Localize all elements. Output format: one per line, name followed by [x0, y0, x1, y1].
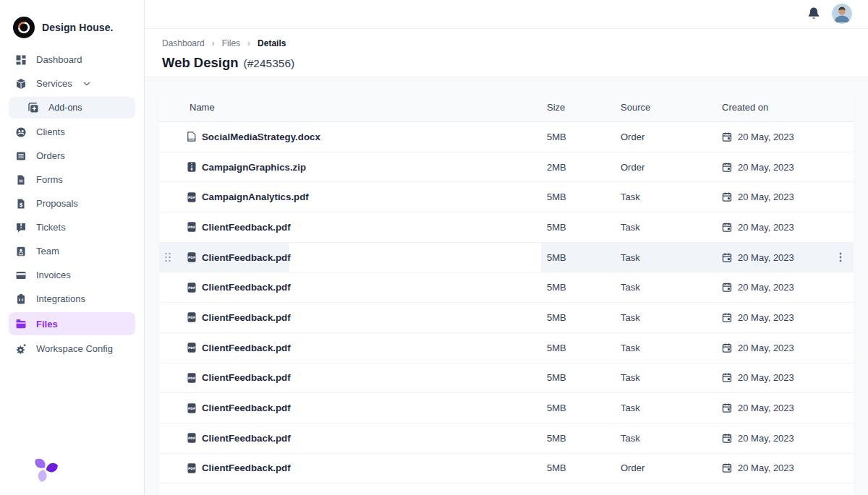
- table-row[interactable]: ClientFeedback.pdf 5MB Task 20 May, 2023: [159, 272, 854, 303]
- created-date: 20 May, 2023: [738, 222, 794, 233]
- sidebar-item-icon: [15, 343, 27, 355]
- file-source: Task: [621, 403, 722, 413]
- breadcrumb-files[interactable]: Files: [222, 38, 240, 48]
- sidebar-item[interactable]: Invoices: [0, 263, 144, 287]
- sidebar-item-label: Tickets: [36, 222, 66, 233]
- calendar-icon: [722, 312, 732, 323]
- file-source: Task: [621, 252, 722, 263]
- file-source: Task: [621, 191, 722, 202]
- sidebar-item[interactable]: Files: [9, 312, 135, 335]
- breadcrumb: Dashboard › Files › Details: [162, 38, 851, 48]
- triskelion-logo-icon: [27, 452, 62, 486]
- column-header-source: Source: [621, 102, 722, 113]
- file-size: 5MB: [547, 372, 621, 383]
- page-id: (#245356): [244, 57, 295, 70]
- table-row[interactable]: ClientFeedback.pdf 5MB Task 20 May, 2023: [159, 303, 854, 333]
- calendar-icon: [722, 433, 732, 444]
- sidebar-item[interactable]: Tickets: [0, 215, 144, 239]
- table-row[interactable]: ClientFeedback.pdf 5MB Task 20 May, 2023: [159, 393, 854, 423]
- sidebar-item[interactable]: Forms: [0, 168, 144, 191]
- file-name: ClientFeedback.pdf: [202, 372, 291, 383]
- file-type-icon: [186, 342, 197, 353]
- sidebar-item[interactable]: Orders: [0, 144, 144, 168]
- table-row[interactable]: ClientFeedback.pdf 5MB Task 20 May, 2023: [159, 333, 854, 363]
- sidebar-item[interactable]: Dashboard: [0, 48, 144, 72]
- sidebar-item[interactable]: Proposals: [0, 191, 144, 215]
- drag-handle-icon[interactable]: [164, 252, 171, 262]
- page-header: Dashboard › Files › Details Web Design (…: [145, 29, 868, 77]
- avatar[interactable]: [832, 4, 852, 24]
- sidebar-item-icon: [15, 293, 27, 305]
- sidebar-item[interactable]: Team: [0, 239, 144, 263]
- calendar-icon: [722, 282, 732, 293]
- main-area: Dashboard › Files › Details Web Design (…: [145, 0, 868, 495]
- sidebar-item[interactable]: Add-ons: [9, 97, 135, 119]
- brand-name: Design House.: [42, 22, 114, 33]
- table-row[interactable]: ClientFeedback.pdf 5MB Task 20 May, 2023: [159, 243, 854, 273]
- sidebar-item[interactable]: Integrations: [0, 287, 144, 311]
- chevron-down-icon: [83, 82, 90, 86]
- sidebar-item[interactable]: Clients: [0, 120, 144, 144]
- file-size: 5MB: [547, 222, 621, 233]
- file-type-icon: [186, 311, 197, 323]
- brand[interactable]: Design House.: [0, 0, 144, 43]
- calendar-icon: [722, 462, 732, 473]
- created-date: 20 May, 2023: [738, 282, 794, 293]
- created-date: 20 May, 2023: [738, 312, 794, 323]
- sidebar-item-icon: [15, 174, 27, 186]
- file-type-icon: [186, 131, 197, 142]
- sidebar-item-icon: [15, 54, 27, 66]
- file-source: Task: [621, 312, 722, 323]
- sidebar-item-label: Integrations: [36, 293, 85, 304]
- table-row[interactable]: ClientFeedback.pdf 5MB Order 20 May, 202…: [159, 454, 854, 484]
- sidebar-item-label: Orders: [36, 150, 65, 161]
- file-name: SocialMediaStrategy.docx: [202, 132, 320, 142]
- table-row[interactable]: ClientFeedback.pdf 5MB Task 20 May, 2023: [159, 423, 854, 454]
- sidebar-item-icon: [15, 198, 27, 210]
- sidebar-item-icon: [15, 126, 27, 138]
- table-row[interactable]: SocialMediaStrategy.docx 5MB Order 20 Ma…: [159, 122, 854, 152]
- calendar-icon: [722, 343, 732, 353]
- file-name: ClientFeedback.pdf: [202, 252, 291, 263]
- created-date: 20 May, 2023: [738, 462, 794, 473]
- file-source: Task: [621, 372, 722, 383]
- page-title: Web Design: [162, 55, 239, 71]
- sidebar-item[interactable]: Workspace Config: [0, 337, 144, 361]
- column-header-size: Size: [547, 102, 621, 113]
- file-type-icon: [186, 462, 197, 474]
- kebab-menu-icon[interactable]: [839, 252, 842, 262]
- created-date: 20 May, 2023: [738, 403, 794, 413]
- file-size: 2MB: [547, 162, 621, 173]
- file-name: ClientFeedback.pdf: [202, 403, 291, 413]
- table-header: Name Size Source Created on: [159, 93, 854, 122]
- topbar: [145, 0, 868, 29]
- table-row[interactable]: CampaignGraphics.zip 2MB Order 20 May, 2…: [159, 152, 854, 183]
- file-size: 5MB: [547, 403, 621, 413]
- file-source: Order: [621, 462, 722, 473]
- sidebar-item[interactable]: Services: [0, 72, 144, 95]
- breadcrumb-details: Details: [258, 38, 286, 48]
- created-date: 20 May, 2023: [738, 433, 794, 444]
- calendar-icon: [722, 162, 732, 173]
- calendar-icon: [722, 403, 732, 413]
- table-row[interactable]: ClientFeedback.pdf 5MB Task 20 May, 2023: [159, 212, 854, 243]
- calendar-icon: [722, 372, 732, 383]
- sidebar-item-label: Clients: [36, 126, 65, 137]
- file-size: 5MB: [547, 343, 621, 353]
- created-date: 20 May, 2023: [738, 162, 794, 173]
- sidebar-item-label: Workspace Config: [36, 343, 113, 354]
- table-row[interactable]: ClientFeedback.pdf 5MB Task 20 May, 2023: [159, 363, 854, 394]
- table-row[interactable]: CampaignAnalytics.pdf 5MB Task 20 May, 2…: [159, 182, 854, 212]
- sidebar-item-icon: [15, 318, 27, 330]
- sidebar-item-icon: [15, 222, 27, 233]
- calendar-icon: [722, 252, 732, 263]
- sidebar-item-label: Forms: [36, 174, 63, 185]
- calendar-icon: [722, 222, 732, 233]
- file-type-icon: [186, 191, 197, 203]
- bell-icon[interactable]: [807, 7, 820, 21]
- sidebar-item-icon: [15, 150, 27, 162]
- swirl-logo-icon: [13, 17, 35, 38]
- file-name: ClientFeedback.pdf: [202, 312, 291, 323]
- breadcrumb-dashboard[interactable]: Dashboard: [162, 38, 205, 48]
- file-name: ClientFeedback.pdf: [202, 433, 291, 444]
